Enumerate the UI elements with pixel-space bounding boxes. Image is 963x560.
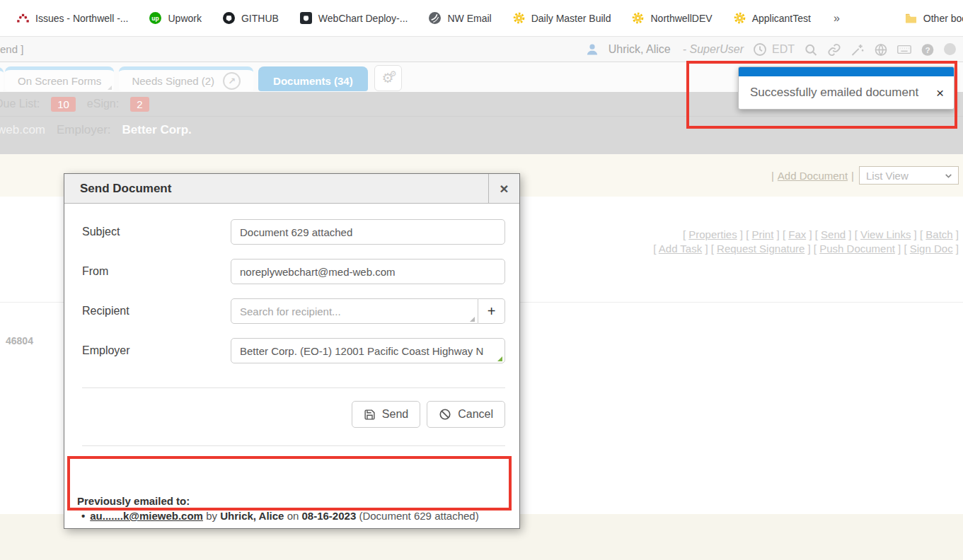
bookmark-label: WebChart Deploy-... [318,13,408,24]
action-link[interactable]: [ Send ] [815,228,852,240]
send-button[interactable]: Send [352,401,420,428]
globe-favicon-icon [429,12,441,24]
browser-bookmarks-bar: Issues - Northwell -... up Upwork GITHUB… [0,0,963,37]
tab-label: Documents (34) [273,75,353,87]
toast-accent-bar [739,67,954,76]
tab-resize-corner [108,86,112,90]
clock-icon [753,42,767,57]
svg-text:?: ? [925,45,930,54]
esign-count-badge: 2 [130,97,149,112]
action-link[interactable]: [ Fax ] [783,228,812,240]
bookmark-label: NorthwellDEV [650,13,712,24]
bookmark-label: Upwork [168,13,201,24]
bookmark-applicanttest[interactable]: ApplicantTest [734,12,811,24]
external-arrow-icon[interactable]: ↗ [223,72,241,90]
timezone-label: EDT [772,43,795,56]
tab-needs-signed[interactable]: Needs Signed (2) ↗ [119,66,253,91]
patient-email-fragment: web.com [0,123,45,137]
other-bookmarks[interactable]: Other bookmarks [905,12,963,24]
action-link[interactable]: [ Print ] [746,228,780,240]
screen: Issues - Northwell -... up Upwork GITHUB… [0,0,963,560]
cancel-icon [439,408,451,421]
action-link[interactable]: [ Batch ] [920,228,959,240]
bookmark-label: GITHUB [241,13,279,24]
due-list-count-badge: 10 [51,97,76,112]
bookmark-northwelldev[interactable]: NorthwellDEV [632,12,712,24]
action-link[interactable]: [ Sign Doc ] [904,243,959,255]
cancel-button[interactable]: Cancel [427,401,505,428]
toast-close-icon[interactable]: × [935,86,945,100]
search-icon[interactable] [804,42,818,57]
redmine-icon [17,12,29,24]
globe-icon[interactable] [874,42,888,57]
modal-divider [82,387,505,388]
action-link-label: View Links [860,228,911,240]
bookmark-webchart-deploy[interactable]: WebChart Deploy-... [300,12,408,24]
subject-label: Subject [82,226,231,238]
previously-emailed-section: Previously emailed to: •au.......k@miewe… [68,486,511,541]
toast-message: Successfully emailed document [750,86,935,100]
tab-label: On Screen Forms [18,75,101,87]
action-link[interactable]: [ Push Document ] [814,243,901,255]
status-circle-icon [944,43,956,55]
action-link[interactable]: [ Properties ] [683,228,743,240]
upwork-icon: up [149,12,161,24]
add-recipient-button[interactable]: + [478,298,505,324]
action-link[interactable]: [ Request Signature ] [711,243,811,255]
recipient-label: Recipient [82,305,231,317]
resize-handle-icon [470,317,475,322]
previous-recipient-email-link[interactable]: au.......k@mieweb.com [90,510,203,522]
modal-close-button[interactable]: × [488,174,519,203]
subject-input[interactable] [231,219,505,245]
bookmark-upwork[interactable]: up Upwork [149,12,201,24]
action-link-label: Sign Doc [910,243,953,255]
header-user-name[interactable]: Uhrick, Alice [609,43,671,56]
folder-icon [905,12,917,24]
gear-yellow-icon [513,12,525,24]
tab-documents[interactable]: Documents (34) [258,66,368,91]
bookmark-nw-email[interactable]: NW Email [429,12,491,24]
user-icon [585,42,599,57]
partial-tab [0,67,4,92]
action-link-label: Batch [925,228,952,240]
bookmarks-overflow-chevron[interactable]: » [832,12,841,25]
from-label: From [82,265,231,278]
view-select[interactable]: List View [859,166,959,185]
due-list-label: Due List: [0,98,40,110]
action-link-label: Fax [788,228,806,240]
bookmark-label: NW Email [447,13,491,24]
add-document-link[interactable]: Add Document [778,170,848,182]
gear-yellow-icon [632,12,644,24]
employer-field-label: Employer [82,344,231,357]
employer-label: Employer: [57,123,111,137]
gears-icon-small: ⚙ [390,69,397,78]
bookmark-label: Daily Master Build [531,13,611,24]
app-header: end ] Uhrick, Alice - SuperUser EDT [0,37,963,62]
action-link-label: Send [821,228,846,240]
tab-label: Needs Signed (2) [132,75,214,87]
previously-emailed-entry: •au.......k@mieweb.com by Uhrick, Alice … [77,508,502,524]
wand-icon[interactable] [850,42,865,57]
tab-settings-button[interactable]: ⚙ ⚙ [374,65,402,91]
action-link[interactable]: [ Add Task ] [653,243,708,255]
keyboard-icon[interactable] [897,42,911,57]
recipient-search-input[interactable] [231,298,478,324]
action-link-label: Request Signature [717,243,805,255]
document-row-id: 46804 [6,335,33,346]
help-icon[interactable]: ? [921,42,935,57]
chevron-down-icon [944,171,953,180]
employer-input[interactable] [231,338,505,363]
from-input[interactable] [231,259,505,284]
link-icon[interactable] [827,42,841,57]
tab-on-screen-forms[interactable]: On Screen Forms [5,66,114,91]
bookmark-github[interactable]: GITHUB [223,12,279,24]
save-icon [364,409,376,421]
action-link[interactable]: [ View Links ] [855,228,917,240]
send-document-modal: Send Document × Subject From Recipient + [64,173,520,529]
header-user-role: - SuperUser [683,43,744,56]
bookmark-issues-northwell[interactable]: Issues - Northwell -... [17,12,128,24]
bookmark-daily-master-build[interactable]: Daily Master Build [513,12,611,24]
previous-email-date: 08-16-2023 [302,510,357,522]
gear-yellow-icon [734,12,746,24]
previous-email-note: (Document 629 attached) [359,510,478,522]
